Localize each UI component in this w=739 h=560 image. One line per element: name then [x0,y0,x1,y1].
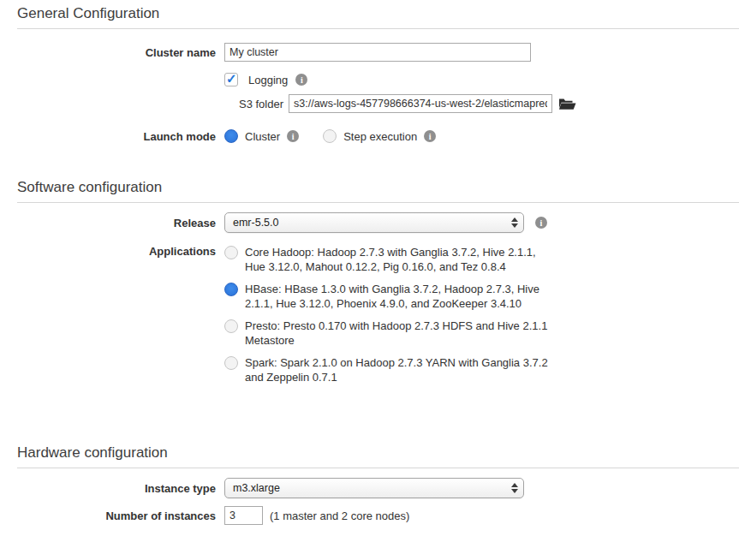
section-hardware: Hardware configuration Instance type m3.… [17,444,739,525]
s3-folder-row: S3 folder [17,94,739,113]
select-stepper-icon [511,217,518,228]
instance-type-row: Instance type m3.xlarge [17,478,739,498]
spark-label: Spark: Spark 2.1.0 on Hadoop 2.7.3 YARN … [245,355,549,384]
launch-mode-row: Launch mode Cluster i Step execution i [17,129,739,143]
browse-s3-button[interactable] [558,98,576,110]
select-stepper-icon [511,483,518,493]
release-label: Release [17,217,224,229]
presto-radio[interactable] [224,319,238,333]
general-section-divider [17,28,739,29]
release-info-icon[interactable]: i [535,217,547,229]
application-option-hbase: HBase: HBase 1.3.0 with Ganglia 3.7.2, H… [224,282,549,311]
core-hadoop-label: Core Hadoop: Hadoop 2.7.3 with Ganglia 3… [245,245,549,274]
num-instances-label: Number of instances [17,509,224,522]
section-software: Software configuration Release emr-5.5.0… [17,179,739,392]
instance-type-select[interactable]: m3.xlarge [224,478,524,498]
launch-mode-label: Launch mode [17,130,224,143]
cluster-name-row: Cluster name [17,43,739,62]
cluster-info-icon[interactable]: i [287,130,299,142]
hbase-label: HBase: HBase 1.3.0 with Ganglia 3.7.2, H… [245,282,549,311]
checkmark-icon: ✓ [226,71,237,86]
launch-mode-step-label: Step execution [343,130,417,143]
s3-folder-label: S3 folder [239,98,283,110]
num-instances-input[interactable] [224,506,263,525]
launch-mode-cluster-label: Cluster [245,130,280,143]
application-option-spark: Spark: Spark 2.1.0 on Hadoop 2.7.3 YARN … [224,355,549,384]
general-section-title: General Configuration [17,5,739,22]
applications-row: Applications Core Hadoop: Hadoop 2.7.3 w… [17,245,739,392]
num-instances-note: (1 master and 2 core nodes) [270,509,409,522]
logging-checkbox[interactable]: ✓ [224,73,238,86]
num-instances-row: Number of instances (1 master and 2 core… [17,506,739,525]
instance-type-selected-value: m3.xlarge [233,482,280,494]
software-section-divider [17,202,739,203]
logging-row: ✓ Logging i [17,73,739,86]
instance-type-label: Instance type [17,482,224,495]
cluster-name-label: Cluster name [17,46,224,59]
core-hadoop-radio[interactable] [224,246,238,259]
logging-info-icon[interactable]: i [295,74,307,86]
presto-label: Presto: Presto 0.170 with Hadoop 2.7.3 H… [245,319,549,348]
step-execution-info-icon[interactable]: i [424,130,436,142]
release-row: Release emr-5.5.0 i [17,212,739,233]
software-section-title: Software configuration [17,179,739,196]
release-selected-value: emr-5.5.0 [233,217,279,229]
application-option-core-hadoop: Core Hadoop: Hadoop 2.7.3 with Ganglia 3… [224,245,549,274]
folder-icon [558,98,576,110]
logging-label: Logging [248,74,288,86]
section-general: General Configuration Cluster name ✓ Log… [17,5,739,143]
launch-mode-cluster-radio[interactable] [224,129,238,143]
cluster-name-input[interactable] [224,43,531,62]
applications-label: Applications [17,245,224,258]
launch-mode-step-radio[interactable] [323,129,337,143]
hbase-radio[interactable] [224,283,238,296]
emr-create-cluster-form: General Configuration Cluster name ✓ Log… [0,0,739,525]
hardware-section-title: Hardware configuration [17,444,739,462]
spark-radio[interactable] [224,356,238,370]
s3-folder-input[interactable] [289,94,552,113]
hardware-section-divider [17,468,739,468]
application-option-presto: Presto: Presto 0.170 with Hadoop 2.7.3 H… [224,319,549,348]
release-select[interactable]: emr-5.5.0 [224,212,524,233]
